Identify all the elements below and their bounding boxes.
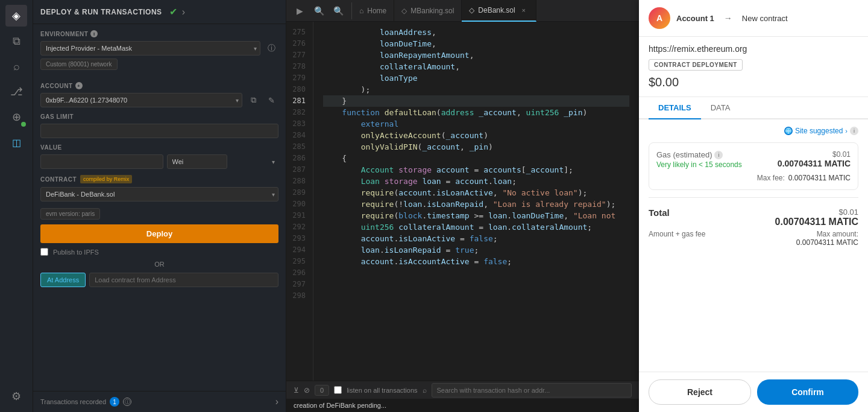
mm-total-matic: 0.00704311 MATIC — [775, 217, 858, 227]
load-contract-input[interactable] — [89, 273, 278, 287]
mm-gas-right: $0.01 0.00704311 MATIC — [778, 150, 851, 168]
contract-select[interactable]: DeFiBank - DeBank.sol — [40, 187, 278, 201]
listen-all-checkbox[interactable] — [334, 386, 342, 394]
mm-site-suggested-label[interactable]: Site suggested — [795, 127, 843, 135]
mm-new-contract-label: New contract — [742, 14, 788, 23]
sidebar-item-git[interactable]: ⎇ — [5, 81, 27, 103]
mm-avatar: A — [649, 7, 670, 29]
mm-gas-likely: Very likely in < 15 seconds — [656, 160, 742, 169]
mm-gas-label: Gas (estimated) i — [656, 150, 742, 159]
mm-gas-row: Gas (estimated) i Very likely in < 15 se… — [656, 150, 851, 169]
mm-fee-section: Gas (estimated) i Very likely in < 15 se… — [649, 142, 858, 190]
metamask-popup: A Account 1 → New contract https://remix… — [639, 0, 868, 412]
mm-tab-details[interactable]: DETAILS — [649, 97, 701, 119]
code-line: collateralAmount, — [323, 61, 629, 72]
counter-value: 0 — [320, 387, 324, 394]
environment-info-btn[interactable]: ⓘ — [264, 41, 278, 55]
transactions-count-badge: 1 — [110, 397, 119, 407]
account-select[interactable]: 0xb9F...A6220 (1.27348070 — [40, 93, 242, 107]
environment-select-wrapper: Injected Provider - MetaMask ▾ — [40, 41, 260, 55]
editor-area: ▶ 🔍 🔍 ⌂ Home ◇ MBanking.sol ◇ DeBank.sol… — [286, 0, 639, 412]
mm-gas-info-icon[interactable]: i — [714, 151, 723, 159]
status-bar: creation of DeFiBank pending... — [286, 399, 639, 412]
reject-button[interactable]: Reject — [649, 379, 751, 405]
unit-select[interactable]: Wei — [167, 154, 227, 169]
sidebar-item-settings[interactable]: ⚙ — [5, 385, 27, 407]
check-icon: ✔ — [169, 6, 177, 17]
contract-label-row: CONTRACT compiled by Remix — [40, 175, 278, 183]
tab-mbanking[interactable]: ◇ MBanking.sol — [394, 0, 462, 22]
edit-address-icon[interactable]: ✎ — [264, 93, 278, 107]
mm-tab-data[interactable]: DATA — [701, 97, 740, 119]
panel-body: ENVIRONMENT i Injected Provider - MetaMa… — [33, 24, 286, 391]
git-icon: ⎇ — [10, 85, 23, 98]
transactions-info-icon[interactable]: ⓘ — [123, 398, 131, 406]
code-line: external — [323, 118, 629, 130]
tab-home[interactable]: ⌂ Home — [352, 0, 394, 22]
deploy-panel: DEPLOY & RUN TRANSACTIONS ✔ › ENVIRONMEN… — [33, 0, 286, 412]
code-line: } — [323, 95, 629, 107]
account-row: 0xb9F...A6220 (1.27348070 ▾ ⧉ ✎ — [40, 93, 278, 107]
search-transactions-icon[interactable]: ⌕ — [423, 386, 427, 395]
deploy-run-icon: ◫ — [12, 137, 21, 148]
tab-close-icon[interactable]: × — [519, 5, 529, 15]
mm-amount-gas-row: Amount + gas fee Max amount: 0.00704311 … — [649, 230, 858, 247]
code-line: loanAddress, — [323, 27, 629, 38]
listen-all-label: listen on all transactions — [347, 387, 417, 394]
debank-file-icon: ◇ — [469, 6, 474, 14]
contract-section: CONTRACT compiled by Remix DeFiBank - De… — [40, 175, 278, 201]
mm-total-left: Total — [649, 208, 670, 218]
copy-address-icon[interactable]: ⧉ — [246, 93, 260, 107]
transaction-search-input[interactable] — [432, 383, 632, 398]
stop-icon[interactable]: ⊘ — [304, 386, 310, 395]
account-plus-icon[interactable]: + — [75, 82, 83, 89]
environment-select[interactable]: Injected Provider - MetaMask — [40, 41, 260, 55]
code-line: onlyActiveAccount(_account) — [323, 130, 629, 141]
deploy-button[interactable]: Deploy — [40, 224, 278, 243]
publish-ipfs-checkbox[interactable] — [40, 248, 48, 256]
gas-limit-input[interactable]: 3000000 — [40, 124, 278, 138]
mm-total-label: Total — [649, 208, 670, 218]
evm-version-badge: evm version: paris — [40, 208, 100, 220]
zoom-in-icon[interactable]: 🔍 — [330, 2, 347, 19]
mm-url-section: https://remix.ethereum.org CONTRACT DEPL… — [639, 37, 868, 97]
code-content: 275 276 277 278 279 280 281 282 283 284 … — [286, 22, 639, 381]
at-address-button[interactable]: At Address — [40, 273, 86, 287]
sidebar-item-deploy[interactable]: ◫ — [5, 132, 27, 153]
code-line: onlyValidPIN(_account, _pin) — [323, 141, 629, 153]
mm-header: A Account 1 → New contract — [639, 0, 868, 37]
tab-debank[interactable]: ◇ DeBank.sol × — [462, 0, 536, 22]
mm-total-row: Total $0.01 0.00704311 MATIC — [649, 208, 858, 227]
zoom-out-icon[interactable]: 🔍 — [310, 2, 327, 19]
mm-site-suggested: 🌐 Site suggested › i — [649, 127, 858, 135]
code-line: loanRepaymentAmount, — [323, 49, 629, 61]
run-icon[interactable]: ▶ — [291, 2, 308, 19]
globe-icon: 🌐 — [784, 127, 793, 135]
sidebar-item-plugin[interactable]: ⊕ — [5, 106, 27, 128]
publish-ipfs-label[interactable]: Publish to IPFS — [53, 249, 99, 256]
environment-info-icon[interactable]: i — [90, 30, 98, 37]
transactions-label: Transactions recorded — [40, 398, 106, 405]
transaction-counter: 0 — [315, 385, 329, 396]
sidebar-item-search[interactable]: ⌕ — [5, 55, 27, 77]
mm-site-info-icon[interactable]: i — [850, 127, 858, 135]
sidebar-item-remix-logo[interactable]: ◈ — [5, 5, 27, 27]
mm-max-amount-value: 0.00704311 MATIC — [796, 238, 858, 247]
panel-title: DEPLOY & RUN TRANSACTIONS — [40, 8, 162, 16]
value-input[interactable]: 0 — [40, 154, 163, 169]
code-line: loan.isLoanRepaid = true; — [323, 244, 629, 256]
contract-select-wrapper: DeFiBank - DeBank.sol ▾ — [40, 187, 278, 201]
sidebar-item-files[interactable]: ⧉ — [5, 30, 27, 52]
mm-arrow-icon: → — [724, 13, 732, 23]
contract-label: CONTRACT — [40, 176, 77, 183]
mm-contract-deployment-badge: CONTRACT DEPLOYMENT — [649, 59, 743, 71]
tab-mbanking-label: MBanking.sol — [410, 7, 454, 15]
expand-icon[interactable]: ⊻ — [294, 386, 299, 395]
mm-url-display: https://remix.ethereum.org — [649, 44, 858, 54]
home-icon: ⌂ — [359, 7, 363, 15]
files-icon: ⧉ — [13, 35, 20, 48]
panel-expand-arrow[interactable]: › — [182, 7, 185, 17]
confirm-button[interactable]: Confirm — [757, 379, 858, 405]
mm-details-content: 🌐 Site suggested › i Gas (estimated) i V… — [639, 119, 868, 372]
transactions-arrow-icon[interactable]: › — [275, 396, 278, 407]
